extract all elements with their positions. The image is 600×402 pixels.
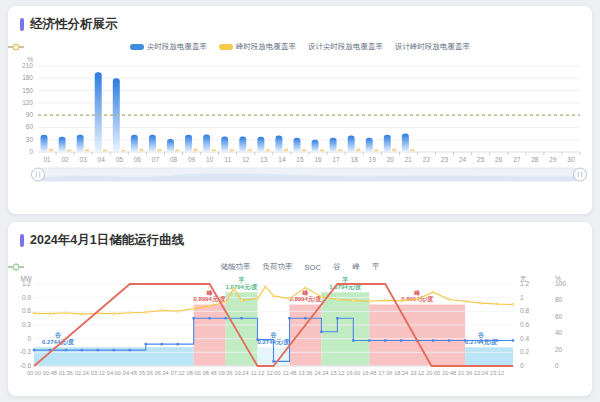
bar-peak-coverage[interactable]: [320, 150, 325, 152]
svg-text:28: 28: [531, 156, 539, 163]
svg-text:09: 09: [188, 156, 196, 163]
bar-sharp-coverage[interactable]: [59, 137, 66, 152]
svg-text:12:00: 12:00: [267, 370, 281, 376]
bar-sharp-coverage[interactable]: [312, 140, 319, 152]
bar-sharp-coverage[interactable]: [366, 138, 373, 152]
bar-sharp-coverage[interactable]: [131, 135, 138, 152]
datazoom-handle-right[interactable]: [574, 168, 587, 181]
bar-peak-coverage[interactable]: [338, 149, 343, 152]
svg-text:27: 27: [513, 156, 521, 163]
svg-text:15: 15: [296, 156, 304, 163]
svg-text:23:12: 23:12: [490, 370, 504, 376]
svg-text:16:48: 16:48: [362, 370, 376, 376]
svg-text:20:00: 20:00: [426, 370, 440, 376]
legend-item-1[interactable]: 峰时段放电覆盖率: [219, 42, 296, 52]
price-band-峰: [194, 305, 226, 366]
svg-text:18:24: 18:24: [394, 370, 408, 376]
bar-sharp-coverage[interactable]: [293, 138, 300, 152]
legend-item-series-0[interactable]: 储能功率: [221, 262, 251, 272]
bar-peak-coverage[interactable]: [410, 149, 415, 152]
bar-sharp-coverage[interactable]: [203, 134, 210, 152]
svg-text:MW: MW: [20, 275, 32, 282]
svg-text:04:00: 04:00: [107, 370, 121, 376]
bar-sharp-coverage[interactable]: [95, 72, 102, 152]
svg-text:0.3: 0.3: [22, 321, 31, 328]
price-band-峰: [369, 305, 465, 366]
legend-item-2[interactable]: 设计尖时段放电覆盖率: [308, 42, 383, 52]
svg-text:11:12: 11:12: [251, 370, 265, 376]
bar-peak-coverage[interactable]: [283, 149, 288, 152]
bar-sharp-coverage[interactable]: [185, 135, 192, 152]
bar-peak-coverage[interactable]: [211, 149, 216, 152]
bar-peak-coverage[interactable]: [392, 149, 397, 152]
bar-peak-coverage[interactable]: [301, 149, 306, 152]
svg-text:19: 19: [369, 156, 377, 163]
svg-text:-0.6: -0.6: [20, 362, 32, 369]
bar-peak-coverage[interactable]: [103, 150, 108, 152]
legend-item-3[interactable]: 设计峰时段放电覆盖率: [395, 42, 470, 52]
bar-peak-coverage[interactable]: [229, 150, 234, 152]
bar-peak-coverage[interactable]: [175, 150, 180, 152]
svg-text:15:12: 15:12: [330, 370, 344, 376]
chart2-legend: 储能功率负荷功率SOC谷峰平: [8, 262, 592, 272]
chart1-legend: 尖时段放电覆盖率峰时段放电覆盖率设计尖时段放电覆盖率设计峰时段放电覆盖率: [8, 42, 592, 52]
bar-peak-coverage[interactable]: [67, 150, 72, 152]
bar-sharp-coverage[interactable]: [149, 135, 156, 152]
price-band-label: 平1.0794元/度: [226, 276, 258, 291]
bar-sharp-coverage[interactable]: [41, 135, 48, 152]
bar-sharp-coverage[interactable]: [384, 135, 391, 152]
svg-text:08: 08: [170, 156, 178, 163]
bar-sharp-coverage[interactable]: [330, 138, 337, 152]
price-band-谷: [465, 347, 513, 366]
svg-text:03:12: 03:12: [91, 370, 105, 376]
price-band-label: 峰0.8994元/度: [194, 289, 226, 304]
legend-item-series-2[interactable]: SOC: [305, 263, 321, 272]
bar-sharp-coverage[interactable]: [257, 137, 264, 152]
panel1-title-row: 经济性分析展示: [20, 16, 118, 33]
bar-sharp-coverage[interactable]: [77, 135, 84, 152]
bar-peak-coverage[interactable]: [193, 149, 198, 152]
legend-item-band-2[interactable]: 平: [372, 262, 380, 272]
legend-item-label: 峰: [352, 262, 360, 272]
legend-item-band-0[interactable]: 谷: [333, 262, 341, 272]
bar-sharp-coverage[interactable]: [348, 136, 355, 152]
bar-peak-coverage[interactable]: [374, 150, 379, 152]
panel2-title: 2024年4月1日储能运行曲线: [30, 232, 184, 249]
svg-text:08:00: 08:00: [187, 370, 201, 376]
bar-sharp-coverage[interactable]: [402, 134, 409, 152]
price-band-峰: [289, 305, 321, 366]
svg-text:0: 0: [520, 362, 524, 369]
bar-sharp-coverage[interactable]: [221, 136, 228, 152]
legend-item-series-1[interactable]: 负荷功率: [263, 262, 293, 272]
svg-text:元: 元: [520, 275, 527, 282]
svg-text:09:36: 09:36: [219, 370, 233, 376]
storage-curve-panel: 2024年4月1日储能运行曲线 储能功率负荷功率SOC谷峰平 1.20.90.6…: [8, 222, 592, 396]
svg-text:60: 60: [555, 313, 563, 320]
bar-peak-coverage[interactable]: [121, 150, 126, 152]
bar-peak-coverage[interactable]: [265, 150, 270, 152]
svg-text:0: 0: [555, 362, 559, 369]
svg-text:0.2: 0.2: [520, 348, 529, 355]
svg-text:20:48: 20:48: [442, 370, 456, 376]
svg-text:80: 80: [555, 296, 563, 303]
svg-text:12: 12: [242, 156, 250, 163]
svg-text:11: 11: [224, 156, 231, 163]
bar-sharp-coverage[interactable]: [167, 139, 174, 152]
bar-sharp-coverage[interactable]: [239, 136, 246, 152]
svg-text:04:48: 04:48: [123, 370, 137, 376]
bar-peak-coverage[interactable]: [85, 149, 90, 152]
bar-peak-coverage[interactable]: [49, 149, 54, 152]
bar-peak-coverage[interactable]: [139, 149, 144, 152]
svg-text:0.4: 0.4: [520, 335, 529, 342]
bar-peak-coverage[interactable]: [356, 149, 361, 152]
legend-item-0[interactable]: 尖时段放电覆盖率: [130, 42, 207, 52]
bar-sharp-coverage[interactable]: [275, 136, 282, 152]
economic-analysis-panel: 经济性分析展示 尖时段放电覆盖率峰时段放电覆盖率设计尖时段放电覆盖率设计峰时段放…: [8, 6, 592, 214]
svg-text:30: 30: [567, 156, 575, 163]
bar-peak-coverage[interactable]: [157, 149, 162, 152]
datazoom-slider[interactable]: [32, 168, 587, 181]
bar-peak-coverage[interactable]: [247, 149, 252, 152]
legend-item-band-1[interactable]: 峰: [352, 262, 360, 272]
svg-text:07: 07: [152, 156, 160, 163]
datazoom-handle-left[interactable]: [32, 168, 45, 181]
